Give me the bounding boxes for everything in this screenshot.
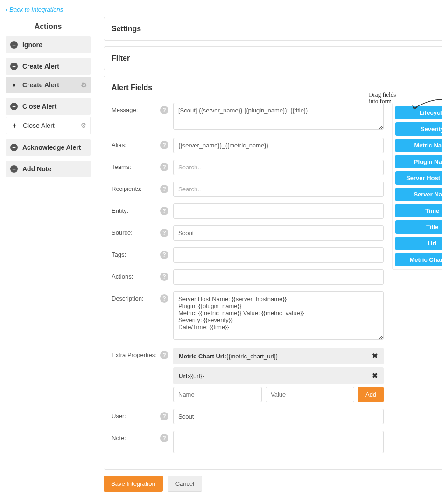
message-input[interactable]: [Scout] {{server_name}} {{plugin_name}}:… <box>173 103 384 130</box>
sidebar-title: Actions <box>6 17 91 36</box>
filter-panel: Filter › <box>104 46 442 70</box>
prop-value: {{metric_chart_url}} <box>226 353 278 360</box>
chevron-left-icon: ‹ <box>6 6 7 13</box>
actions-label: Actions: <box>112 269 160 280</box>
help-icon[interactable]: ? <box>160 106 168 114</box>
help-icon[interactable]: ? <box>160 273 168 281</box>
description-label: Description: <box>112 291 160 302</box>
field-pill-plugin-name[interactable]: Plugin Name <box>395 155 442 168</box>
sidebar: Actions +Ignore+Create Alert▲▼Create Ale… <box>6 17 91 492</box>
cancel-button[interactable]: Cancel <box>168 476 202 492</box>
close-icon[interactable]: ✖ <box>372 371 378 380</box>
action-ignore[interactable]: +Ignore <box>6 36 91 53</box>
note-input[interactable] <box>173 431 384 453</box>
action-close-alert[interactable]: +Close Alert <box>6 98 91 115</box>
action-label: Acknowledge Alert <box>22 144 81 151</box>
arrow-icon <box>412 95 442 111</box>
entity-input[interactable] <box>173 203 384 219</box>
help-icon[interactable]: ? <box>160 185 168 193</box>
tags-input[interactable] <box>173 247 384 263</box>
help-icon[interactable]: ? <box>160 141 168 149</box>
action-sub-close-alert[interactable]: ▲▼Close Alert⚙ <box>6 117 91 134</box>
drag-hint-text: Drag fields into form <box>369 91 396 105</box>
plus-icon: + <box>10 103 18 110</box>
field-pill-metric-name[interactable]: Metric Name <box>395 139 442 152</box>
prop-name: Metric Chart Url: <box>179 353 226 360</box>
filter-panel-title: Filter <box>112 54 130 63</box>
extra-property-row: Metric Chart Url:{{metric_chart_url}}✖ <box>173 348 384 364</box>
note-label: Note: <box>112 431 160 441</box>
back-link[interactable]: ‹ Back to Integrations <box>6 6 63 13</box>
gear-icon[interactable]: ⚙ <box>81 81 87 89</box>
updown-icon: ▲▼ <box>10 82 18 88</box>
alert-fields-panel-title: Alert Fields <box>112 84 152 92</box>
settings-panel-title: Settings <box>112 25 141 33</box>
prop-name: Url: <box>179 372 189 379</box>
action-acknowledge-alert[interactable]: +Acknowledge Alert <box>6 139 91 156</box>
action-sub-label: Close Alert <box>23 122 55 129</box>
action-create-alert[interactable]: +Create Alert <box>6 58 91 75</box>
action-add-note[interactable]: +Add Note <box>6 161 91 177</box>
entity-label: Entity: <box>112 203 160 214</box>
plus-icon: + <box>10 63 18 70</box>
message-label: Message: <box>112 103 160 113</box>
alert-fields-panel: Alert Fields › Message: ? [Scout] {{serv… <box>104 76 442 470</box>
action-sub-label: Create Alert <box>22 81 59 89</box>
draggable-fields: Drag fields into form LifecycleSeverityM… <box>392 103 442 461</box>
field-pill-severity[interactable]: Severity <box>395 122 442 136</box>
field-pill-server-name[interactable]: Server Name <box>395 188 442 201</box>
recipients-input[interactable] <box>173 182 384 197</box>
action-sub-create-alert[interactable]: ▲▼Create Alert⚙ <box>6 77 91 93</box>
close-icon[interactable]: ✖ <box>372 352 378 360</box>
action-label: Ignore <box>22 41 42 49</box>
description-input[interactable]: Server Host Name: {{server_hostname}} Pl… <box>173 291 384 340</box>
prop-name-input[interactable] <box>173 387 262 402</box>
field-pill-title[interactable]: Title <box>395 220 442 234</box>
source-input[interactable] <box>173 225 384 241</box>
help-icon[interactable]: ? <box>160 207 168 215</box>
actions-input[interactable] <box>173 269 384 285</box>
help-icon[interactable]: ? <box>160 294 168 303</box>
action-label: Add Note <box>22 165 51 173</box>
alias-input[interactable] <box>173 138 384 153</box>
alias-label: Alias: <box>112 138 160 148</box>
prop-value-input[interactable] <box>266 387 354 402</box>
extra-property-row: Url:{{url}}✖ <box>173 367 384 384</box>
filter-panel-header[interactable]: Filter › <box>104 47 442 70</box>
back-link-text: Back to Integrations <box>9 6 63 13</box>
tags-label: Tags: <box>112 247 160 258</box>
field-pill-server-host-name[interactable]: Server Host Name <box>395 171 442 185</box>
help-icon[interactable]: ? <box>160 163 168 171</box>
updown-icon: ▲▼ <box>11 123 18 128</box>
help-icon[interactable]: ? <box>160 351 168 359</box>
field-pill-time[interactable]: Time <box>395 204 442 217</box>
teams-input[interactable] <box>173 160 384 175</box>
gear-icon[interactable]: ⚙ <box>80 121 86 130</box>
field-pill-url[interactable]: Url <box>395 237 442 250</box>
user-input[interactable] <box>173 409 384 424</box>
help-icon[interactable]: ? <box>160 412 168 420</box>
help-icon[interactable]: ? <box>160 434 168 442</box>
prop-value: {{url}} <box>189 372 204 379</box>
main-content: Settings › Filter › Alert Fields › <box>104 17 442 492</box>
teams-label: Teams: <box>112 160 160 170</box>
settings-panel-header[interactable]: Settings › <box>104 17 442 40</box>
recipients-label: Recipients: <box>112 182 160 192</box>
save-button[interactable]: Save Integration <box>104 476 163 492</box>
user-label: User: <box>112 409 160 420</box>
help-icon[interactable]: ? <box>160 229 168 237</box>
plus-icon: + <box>10 165 18 173</box>
extra-label: Extra Properties: <box>112 348 160 358</box>
settings-panel: Settings › <box>104 17 442 41</box>
plus-icon: + <box>10 41 18 49</box>
action-label: Close Alert <box>22 103 56 110</box>
field-pill-metric-chart-url[interactable]: Metric Chart Url <box>395 253 442 266</box>
help-icon[interactable]: ? <box>160 251 168 259</box>
source-label: Source: <box>112 225 160 236</box>
action-label: Create Alert <box>22 63 59 70</box>
plus-icon: + <box>10 144 18 151</box>
add-property-button[interactable]: Add <box>358 387 384 402</box>
